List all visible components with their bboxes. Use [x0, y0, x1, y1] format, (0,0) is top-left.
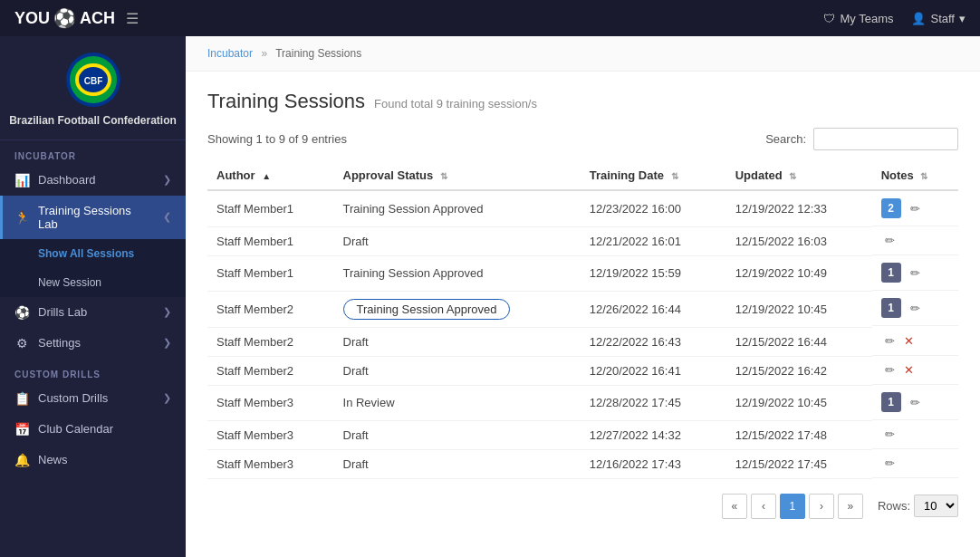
- cell-notes: 1✏: [872, 291, 958, 326]
- sidebar-item-label: Custom Drills: [38, 391, 154, 405]
- cell-approval-status: Training Session Approved: [334, 255, 581, 291]
- pagination-page-1[interactable]: 1: [780, 494, 805, 519]
- cell-author: Staff Member1: [207, 190, 334, 226]
- cell-updated: 12/19/2022 12:33: [726, 190, 872, 226]
- table-header: Author ▲ Approval Status ⇅ Training Date…: [207, 161, 958, 190]
- cell-training-date: 12/27/2022 14:32: [581, 420, 726, 449]
- table-controls: Showing 1 to 9 of 9 entries Search:: [207, 128, 958, 150]
- col-updated[interactable]: Updated ⇅: [726, 161, 872, 190]
- cell-updated: 12/15/2022 17:45: [726, 449, 872, 478]
- cell-approval-status: Draft: [334, 356, 581, 385]
- content-body: Training Sessions Found total 9 training…: [186, 72, 980, 537]
- col-approval-status[interactable]: Approval Status ⇅: [334, 161, 581, 190]
- sidebar-item-club-calendar[interactable]: 📅 Club Calendar: [0, 414, 186, 445]
- page-header: Training Sessions Found total 9 training…: [207, 90, 958, 113]
- edit-icon[interactable]: ✏: [910, 396, 920, 409]
- col-author[interactable]: Author ▲: [207, 161, 334, 190]
- chevron-right-icon: ❯: [163, 337, 171, 349]
- table-body: Staff Member1Training Session Approved12…: [207, 190, 958, 478]
- pagination-last[interactable]: »: [838, 494, 863, 519]
- breadcrumb-parent[interactable]: Incubator: [207, 47, 253, 60]
- sidebar-item-label: Club Calendar: [38, 422, 171, 436]
- sidebar-item-drills-lab[interactable]: ⚽ Drills Lab ❯: [0, 297, 186, 328]
- cell-training-date: 12/22/2022 16:43: [581, 327, 726, 356]
- notes-badge: 1: [881, 263, 901, 283]
- edit-icon[interactable]: ✏: [910, 202, 920, 216]
- cell-author: Staff Member3: [207, 420, 334, 449]
- status-badge: Training Session Approved: [343, 299, 511, 320]
- org-crest: CBF: [64, 51, 122, 109]
- org-name: Brazilian Football Confederation: [9, 114, 177, 129]
- table-row: Staff Member1Training Session Approved12…: [207, 255, 958, 291]
- edit-icon[interactable]: ✏: [885, 427, 895, 441]
- search-area: Search:: [765, 128, 958, 150]
- sort-icon: ▲: [262, 171, 271, 181]
- edit-icon[interactable]: ✏: [885, 456, 895, 470]
- cell-author: Staff Member2: [207, 327, 334, 356]
- cell-author: Staff Member3: [207, 449, 334, 478]
- my-teams-label: My Teams: [840, 12, 893, 25]
- rows-label: Rows:: [878, 499, 910, 513]
- edit-icon[interactable]: ✏: [910, 266, 920, 280]
- edit-icon[interactable]: ✏: [885, 334, 895, 348]
- rows-select[interactable]: 10 25 50: [914, 495, 958, 517]
- edit-icon[interactable]: ✏: [910, 302, 920, 315]
- cell-notes: 1✏: [872, 255, 958, 291]
- cell-updated: 12/15/2022 17:48: [726, 420, 872, 449]
- entries-info: Showing 1 to 9 of 9 entries: [207, 132, 347, 146]
- cell-notes: ✏✕: [872, 327, 958, 356]
- sort-icon: ⇅: [671, 171, 678, 181]
- pagination-first[interactable]: «: [722, 494, 747, 519]
- sidebar-item-label: Drills Lab: [38, 305, 154, 319]
- cell-updated: 12/15/2022 16:03: [726, 226, 872, 255]
- staff-nav[interactable]: 👤 Staff ▾: [911, 12, 966, 25]
- page-title: Training Sessions: [207, 90, 365, 113]
- col-notes[interactable]: Notes ⇅: [872, 161, 958, 190]
- cell-updated: 12/19/2022 10:45: [726, 291, 872, 327]
- settings-icon: ⚙: [14, 336, 29, 351]
- sort-icon: ⇅: [789, 171, 796, 181]
- top-nav-left: YOU⚽ACH ☰: [14, 7, 139, 29]
- sidebar-item-dashboard[interactable]: 📊 Dashboard ❯: [0, 165, 186, 196]
- dashboard-icon: 📊: [14, 173, 29, 187]
- app-logo: YOU⚽ACH: [14, 7, 115, 29]
- notes-badge: 1: [881, 392, 901, 412]
- edit-icon[interactable]: ✏: [885, 363, 895, 377]
- logo-text: YOU: [14, 9, 50, 28]
- logo-text2: ACH: [80, 9, 115, 28]
- sidebar-item-show-all-sessions[interactable]: Show All Sessions: [0, 239, 186, 268]
- hamburger-icon[interactable]: ☰: [126, 10, 139, 27]
- sidebar-item-new-session[interactable]: New Session: [0, 268, 186, 297]
- delete-icon[interactable]: ✕: [904, 363, 914, 377]
- sidebar-item-news[interactable]: 🔔 News: [0, 445, 186, 475]
- chevron-left-icon: ❮: [163, 211, 171, 223]
- cell-notes: 2✏: [872, 191, 958, 226]
- calendar-icon: 📅: [14, 422, 29, 437]
- cell-notes: ✏✕: [872, 356, 958, 385]
- cell-author: Staff Member1: [207, 255, 334, 291]
- svg-text:CBF: CBF: [83, 76, 102, 86]
- custom-drills-icon: 📋: [14, 391, 29, 406]
- cell-notes: ✏: [872, 226, 958, 255]
- pagination-prev[interactable]: ‹: [751, 494, 776, 519]
- cell-approval-status: Draft: [334, 449, 581, 478]
- table-row: Staff Member3In Review12/28/2022 17:4512…: [207, 385, 958, 420]
- table-row: Staff Member1Draft12/21/2022 16:0112/15/…: [207, 226, 958, 255]
- delete-icon[interactable]: ✕: [904, 334, 914, 348]
- my-teams-nav[interactable]: 🛡 My Teams: [823, 12, 893, 25]
- col-training-date[interactable]: Training Date ⇅: [581, 161, 726, 190]
- cell-approval-status: Training Session Approved: [334, 190, 581, 226]
- cell-approval-status: Training Session Approved: [334, 291, 581, 327]
- notes-badge: 2: [881, 198, 901, 218]
- sidebar-item-label: News: [38, 453, 171, 466]
- pagination-area: « ‹ 1 › » Rows: 10 25 50: [207, 494, 958, 519]
- bell-icon: 🔔: [14, 453, 29, 467]
- sidebar-item-custom-drills[interactable]: 📋 Custom Drills ❯: [0, 383, 186, 414]
- pagination-next[interactable]: ›: [809, 494, 834, 519]
- table-row: Staff Member3Draft12/16/2022 17:4312/15/…: [207, 449, 958, 478]
- sidebar-item-settings[interactable]: ⚙ Settings ❯: [0, 328, 186, 359]
- sidebar-item-training-sessions-lab[interactable]: 🏃 Training Sessions Lab ❮: [0, 196, 186, 239]
- cell-updated: 12/15/2022 16:44: [726, 327, 872, 356]
- edit-icon[interactable]: ✏: [885, 234, 895, 247]
- search-input[interactable]: [813, 128, 958, 150]
